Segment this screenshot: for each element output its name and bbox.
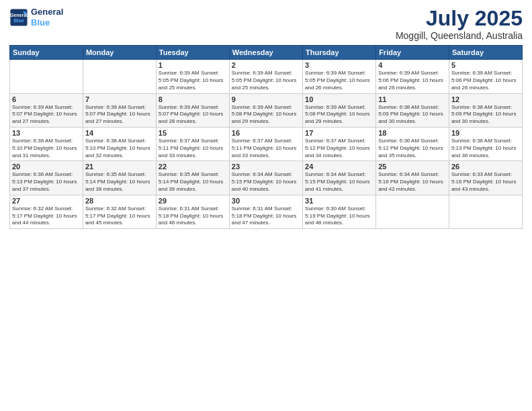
day-number: 1 <box>159 61 227 69</box>
day-info: Sunrise: 6:38 AM Sunset: 5:09 PM Dayligh… <box>378 104 447 126</box>
day-info: Sunrise: 6:39 AM Sunset: 5:07 PM Dayligh… <box>12 104 81 126</box>
day-info: Sunrise: 6:38 AM Sunset: 5:10 PM Dayligh… <box>85 138 154 159</box>
logo-icon: General Blue <box>9 8 28 27</box>
day-info: Sunrise: 6:34 AM Sunset: 5:15 PM Dayligh… <box>232 171 300 193</box>
day-info: Sunrise: 6:31 AM Sunset: 5:18 PM Dayligh… <box>159 205 227 227</box>
calendar-cell: 14Sunrise: 6:38 AM Sunset: 5:10 PM Dayli… <box>83 127 156 161</box>
day-info: Sunrise: 6:33 AM Sunset: 5:16 PM Dayligh… <box>451 171 520 193</box>
day-info: Sunrise: 6:39 AM Sunset: 5:05 PM Dayligh… <box>305 70 373 91</box>
calendar-cell: 13Sunrise: 6:38 AM Sunset: 5:10 PM Dayli… <box>10 127 83 161</box>
day-number: 16 <box>232 129 300 137</box>
day-info: Sunrise: 6:39 AM Sunset: 5:08 PM Dayligh… <box>232 104 300 126</box>
col-wednesday: Wednesday <box>229 46 302 60</box>
calendar-cell: 27Sunrise: 6:32 AM Sunset: 5:17 PM Dayli… <box>10 195 83 228</box>
day-number: 23 <box>232 163 300 171</box>
calendar-cell: 5Sunrise: 6:39 AM Sunset: 5:06 PM Daylig… <box>449 60 522 93</box>
calendar-header-row: Sunday Monday Tuesday Wednesday Thursday… <box>10 46 523 60</box>
calendar-week-row-1: 1Sunrise: 6:39 AM Sunset: 5:05 PM Daylig… <box>10 60 523 93</box>
day-info: Sunrise: 6:37 AM Sunset: 5:11 PM Dayligh… <box>159 138 227 159</box>
main-title: July 2025 <box>396 7 523 30</box>
day-info: Sunrise: 6:32 AM Sunset: 5:17 PM Dayligh… <box>85 205 154 227</box>
calendar-week-row-5: 27Sunrise: 6:32 AM Sunset: 5:17 PM Dayli… <box>10 195 523 228</box>
day-info: Sunrise: 6:39 AM Sunset: 5:06 PM Dayligh… <box>378 70 447 91</box>
day-info: Sunrise: 6:39 AM Sunset: 5:07 PM Dayligh… <box>85 104 154 126</box>
calendar-cell: 15Sunrise: 6:37 AM Sunset: 5:11 PM Dayli… <box>156 127 229 161</box>
col-friday: Friday <box>376 46 449 60</box>
calendar-cell: 23Sunrise: 6:34 AM Sunset: 5:15 PM Dayli… <box>229 161 302 195</box>
calendar-cell: 25Sunrise: 6:34 AM Sunset: 5:16 PM Dayli… <box>376 161 449 195</box>
day-number: 30 <box>232 197 300 205</box>
day-info: Sunrise: 6:37 AM Sunset: 5:12 PM Dayligh… <box>305 138 373 159</box>
calendar-cell: 8Sunrise: 6:39 AM Sunset: 5:07 PM Daylig… <box>156 93 229 127</box>
day-number: 10 <box>305 95 373 103</box>
calendar-cell: 17Sunrise: 6:37 AM Sunset: 5:12 PM Dayli… <box>303 127 376 161</box>
day-info: Sunrise: 6:37 AM Sunset: 5:11 PM Dayligh… <box>232 138 300 159</box>
day-number: 3 <box>305 61 373 69</box>
calendar-cell: 9Sunrise: 6:39 AM Sunset: 5:08 PM Daylig… <box>229 93 302 127</box>
day-info: Sunrise: 6:36 AM Sunset: 5:13 PM Dayligh… <box>12 171 81 193</box>
calendar-cell <box>376 195 449 228</box>
svg-text:Blue: Blue <box>13 18 24 23</box>
calendar-table: Sunday Monday Tuesday Wednesday Thursday… <box>9 45 523 229</box>
day-number: 11 <box>378 95 447 103</box>
calendar-cell: 18Sunrise: 6:36 AM Sunset: 5:12 PM Dayli… <box>376 127 449 161</box>
day-info: Sunrise: 6:38 AM Sunset: 5:10 PM Dayligh… <box>12 138 81 159</box>
day-number: 7 <box>85 95 154 103</box>
calendar-cell <box>449 195 522 228</box>
calendar-cell: 12Sunrise: 6:38 AM Sunset: 5:09 PM Dayli… <box>449 93 522 127</box>
calendar-cell <box>83 60 156 93</box>
calendar-week-row-2: 6Sunrise: 6:39 AM Sunset: 5:07 PM Daylig… <box>10 93 523 127</box>
day-info: Sunrise: 6:30 AM Sunset: 5:19 PM Dayligh… <box>305 205 373 227</box>
day-number: 27 <box>12 197 81 205</box>
day-info: Sunrise: 6:39 AM Sunset: 5:05 PM Dayligh… <box>159 70 227 91</box>
day-number: 14 <box>85 129 154 137</box>
day-info: Sunrise: 6:34 AM Sunset: 5:15 PM Dayligh… <box>305 171 373 193</box>
day-number: 8 <box>159 95 227 103</box>
calendar-cell: 29Sunrise: 6:31 AM Sunset: 5:18 PM Dayli… <box>156 195 229 228</box>
calendar-cell: 2Sunrise: 6:39 AM Sunset: 5:05 PM Daylig… <box>229 60 302 93</box>
calendar-cell: 6Sunrise: 6:39 AM Sunset: 5:07 PM Daylig… <box>10 93 83 127</box>
calendar-cell: 3Sunrise: 6:39 AM Sunset: 5:05 PM Daylig… <box>303 60 376 93</box>
day-info: Sunrise: 6:35 AM Sunset: 5:14 PM Dayligh… <box>159 171 227 193</box>
day-number: 15 <box>159 129 227 137</box>
col-tuesday: Tuesday <box>156 46 229 60</box>
day-number: 21 <box>85 163 154 171</box>
day-info: Sunrise: 6:34 AM Sunset: 5:16 PM Dayligh… <box>378 171 447 193</box>
day-info: Sunrise: 6:39 AM Sunset: 5:05 PM Dayligh… <box>232 70 300 91</box>
day-info: Sunrise: 6:32 AM Sunset: 5:17 PM Dayligh… <box>12 205 81 227</box>
col-saturday: Saturday <box>449 46 522 60</box>
calendar-cell: 20Sunrise: 6:36 AM Sunset: 5:13 PM Dayli… <box>10 161 83 195</box>
day-number: 28 <box>85 197 154 205</box>
day-number: 13 <box>12 129 81 137</box>
day-number: 29 <box>159 197 227 205</box>
day-number: 6 <box>12 95 81 103</box>
day-info: Sunrise: 6:36 AM Sunset: 5:13 PM Dayligh… <box>451 138 520 159</box>
calendar-cell <box>10 60 83 93</box>
calendar-cell: 26Sunrise: 6:33 AM Sunset: 5:16 PM Dayli… <box>449 161 522 195</box>
day-info: Sunrise: 6:39 AM Sunset: 5:07 PM Dayligh… <box>159 104 227 126</box>
day-number: 18 <box>378 129 447 137</box>
calendar-cell: 16Sunrise: 6:37 AM Sunset: 5:11 PM Dayli… <box>229 127 302 161</box>
day-info: Sunrise: 6:39 AM Sunset: 5:08 PM Dayligh… <box>305 104 373 126</box>
title-block: July 2025 Moggill, Queensland, Australia <box>396 7 523 41</box>
calendar-cell: 22Sunrise: 6:35 AM Sunset: 5:14 PM Dayli… <box>156 161 229 195</box>
svg-rect-0 <box>10 9 27 26</box>
calendar-cell: 30Sunrise: 6:31 AM Sunset: 5:18 PM Dayli… <box>229 195 302 228</box>
calendar-cell: 28Sunrise: 6:32 AM Sunset: 5:17 PM Dayli… <box>83 195 156 228</box>
calendar-cell: 31Sunrise: 6:30 AM Sunset: 5:19 PM Dayli… <box>303 195 376 228</box>
day-number: 5 <box>451 61 520 69</box>
col-monday: Monday <box>83 46 156 60</box>
day-number: 20 <box>12 163 81 171</box>
calendar-week-row-3: 13Sunrise: 6:38 AM Sunset: 5:10 PM Dayli… <box>10 127 523 161</box>
day-number: 26 <box>451 163 520 171</box>
col-sunday: Sunday <box>10 46 83 60</box>
day-number: 17 <box>305 129 373 137</box>
logo-line1: General <box>31 7 63 17</box>
day-info: Sunrise: 6:39 AM Sunset: 5:06 PM Dayligh… <box>451 70 520 91</box>
logo-line2: Blue <box>31 17 63 28</box>
day-info: Sunrise: 6:38 AM Sunset: 5:09 PM Dayligh… <box>451 104 520 126</box>
day-number: 31 <box>305 197 373 205</box>
subtitle: Moggill, Queensland, Australia <box>396 30 523 41</box>
day-number: 25 <box>378 163 447 171</box>
calendar-cell: 19Sunrise: 6:36 AM Sunset: 5:13 PM Dayli… <box>449 127 522 161</box>
